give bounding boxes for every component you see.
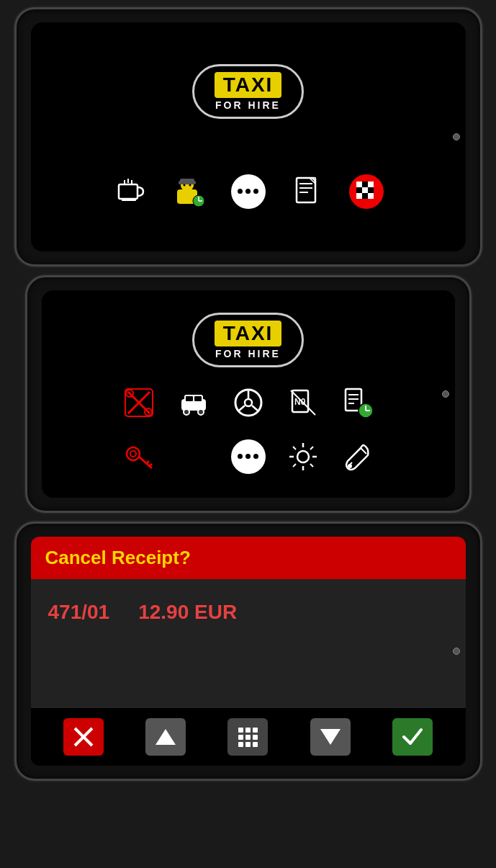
- wrench-icon: [342, 441, 374, 473]
- car-icon: [177, 386, 210, 419]
- cup-icon: [114, 176, 146, 207]
- svg-rect-23: [368, 187, 374, 193]
- more-button-2[interactable]: [230, 438, 267, 475]
- no-receipt-button[interactable]: N0: [284, 384, 322, 421]
- empty-slot: [175, 438, 212, 475]
- svg-point-68: [348, 464, 352, 468]
- svg-rect-26: [368, 193, 374, 199]
- device-2: TAXI FOR HIRE: [25, 275, 472, 513]
- svg-line-63: [293, 447, 296, 449]
- svg-rect-37: [194, 396, 202, 401]
- main-icon-row: [45, 173, 451, 210]
- steering-button[interactable]: [230, 384, 267, 421]
- checkmark-icon: [401, 725, 424, 748]
- receipt-number: 471/01: [48, 601, 110, 686]
- svg-rect-73: [253, 728, 258, 733]
- admin-icon-row-2: [56, 438, 441, 475]
- car-button[interactable]: [175, 384, 212, 421]
- svg-rect-74: [238, 735, 243, 740]
- timed-receipt-icon: [341, 386, 374, 419]
- svg-rect-79: [253, 742, 258, 747]
- wrench-button[interactable]: [339, 438, 376, 475]
- taxi-badge-1: TAXI FOR HIRE: [192, 64, 305, 119]
- cancel-button[interactable]: [63, 718, 104, 756]
- taxi-logo-2: TAXI FOR HIRE: [192, 313, 305, 367]
- svg-rect-77: [238, 742, 243, 747]
- svg-point-39: [245, 399, 252, 406]
- taxi-top-text: TAXI: [215, 72, 282, 98]
- svg-rect-19: [362, 182, 368, 187]
- cancel-receipt-header: Cancel Receipt?: [31, 537, 466, 579]
- screen-2: TAXI FOR HIRE: [42, 290, 455, 498]
- svg-rect-71: [238, 728, 243, 733]
- svg-rect-22: [362, 187, 368, 193]
- checkered-flag-icon: [355, 180, 378, 203]
- flag-button[interactable]: [348, 173, 385, 210]
- svg-rect-0: [119, 184, 137, 199]
- device-1: TAXI FOR HIRE: [14, 7, 482, 267]
- svg-rect-75: [245, 735, 251, 740]
- dots-icon-2: [231, 439, 266, 474]
- receipt-icon: [291, 175, 324, 208]
- svg-line-57: [149, 464, 152, 467]
- keypad-button[interactable]: [227, 718, 268, 756]
- svg-rect-24: [356, 193, 362, 199]
- dots-icon: [231, 174, 266, 209]
- cup-button[interactable]: [112, 173, 149, 210]
- confirm-button[interactable]: [392, 718, 433, 756]
- steering-wheel-icon: [232, 386, 265, 419]
- key-button[interactable]: [120, 438, 158, 475]
- svg-point-58: [297, 451, 309, 462]
- device-3: Cancel Receipt? 471/01 12.90 EUR: [14, 522, 482, 781]
- svg-point-9: [183, 184, 185, 186]
- up-triangle-icon: [155, 729, 176, 745]
- brightness-icon: [287, 440, 320, 473]
- svg-rect-72: [245, 728, 251, 733]
- svg-line-41: [239, 406, 245, 411]
- brightness-button[interactable]: [284, 438, 322, 475]
- svg-line-66: [293, 464, 296, 467]
- down-triangle-icon: [320, 729, 341, 745]
- cancel-receipt-info: 471/01 12.90 EUR: [31, 579, 466, 708]
- svg-rect-18: [356, 182, 362, 187]
- svg-rect-21: [356, 187, 362, 193]
- x-icon: [72, 725, 95, 748]
- svg-point-34: [184, 409, 189, 415]
- svg-rect-1: [122, 199, 136, 201]
- svg-rect-36: [186, 396, 193, 401]
- svg-line-56: [146, 461, 149, 464]
- screen-1: TAXI FOR HIRE: [31, 22, 466, 251]
- svg-rect-25: [362, 193, 368, 199]
- driver-button[interactable]: [171, 173, 208, 210]
- screen-3: Cancel Receipt? 471/01 12.90 EUR: [31, 537, 466, 766]
- up-button[interactable]: [145, 718, 186, 756]
- receipt-amount: 12.90 EUR: [138, 601, 237, 686]
- down-button[interactable]: [310, 718, 351, 756]
- svg-point-53: [127, 447, 140, 460]
- cancel-x-button[interactable]: [120, 384, 158, 421]
- svg-point-35: [198, 409, 204, 415]
- svg-rect-8: [180, 179, 194, 182]
- receipt-button[interactable]: [289, 173, 326, 210]
- cancel-scissors-icon: [122, 386, 155, 419]
- more-button[interactable]: [230, 173, 267, 210]
- taxi-bottom-text: FOR HIRE: [215, 99, 281, 111]
- svg-line-64: [310, 464, 313, 467]
- status-dot-2: [442, 390, 449, 398]
- taxi-bottom-text-2: FOR HIRE: [215, 348, 281, 359]
- no-receipt-icon: N0: [287, 386, 320, 419]
- svg-point-54: [130, 451, 136, 457]
- svg-point-10: [189, 184, 191, 186]
- cancel-receipt-title: Cancel Receipt?: [45, 547, 191, 568]
- timed-receipt-button[interactable]: [339, 384, 376, 421]
- status-dot-1: [453, 133, 460, 140]
- svg-line-42: [252, 406, 258, 411]
- svg-rect-78: [245, 742, 251, 747]
- svg-line-65: [310, 447, 313, 449]
- flag-icon: [349, 174, 384, 209]
- status-dot-3: [453, 648, 460, 655]
- admin-icon-row-1: N0: [56, 384, 441, 421]
- keypad-icon: [236, 725, 259, 748]
- taxi-logo-1: TAXI FOR HIRE: [192, 64, 305, 119]
- action-bar: [31, 708, 466, 766]
